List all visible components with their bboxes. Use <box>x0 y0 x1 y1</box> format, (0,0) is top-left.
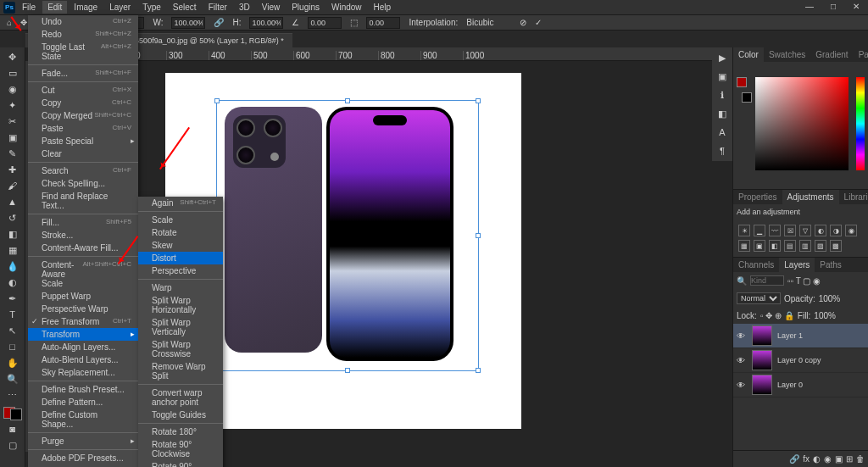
menu-image[interactable]: Image <box>69 1 103 14</box>
dodge-tool[interactable]: ◐ <box>2 275 24 290</box>
history-icon[interactable]: ▶ <box>714 49 731 66</box>
menu-item-skew[interactable]: Skew <box>138 239 223 252</box>
menu-window[interactable]: Window <box>326 1 367 14</box>
para-icon[interactable]: ¶ <box>714 142 731 159</box>
fx-icon[interactable]: fx <box>803 454 810 464</box>
tab-channels[interactable]: Channels <box>733 258 779 272</box>
close-button[interactable]: ✕ <box>848 0 865 13</box>
tab-swatches[interactable]: Swatches <box>764 47 810 62</box>
opacity-value[interactable]: 100% <box>819 294 841 303</box>
blur-tool[interactable]: 💧 <box>2 259 24 274</box>
transform-handle[interactable] <box>345 98 350 103</box>
tab-patterns[interactable]: Patterns <box>854 47 868 62</box>
menu-item-paste-special[interactable]: Paste Special <box>28 135 138 147</box>
menu-item-clear[interactable]: Clear <box>28 147 138 160</box>
tab-adjustments[interactable]: Adjustments <box>782 190 839 204</box>
menu-item-search[interactable]: SearchCtrl+F <box>28 164 138 177</box>
menu-item-toggle-last-state[interactable]: Toggle Last StateAlt+Ctrl+Z <box>28 41 138 63</box>
menu-item-define-custom-shape-[interactable]: Define Custom Shape... <box>28 409 138 431</box>
menu-item-split-warp-horizontally[interactable]: Split Warp Horizontally <box>138 294 223 316</box>
transform-skew-input[interactable] <box>366 17 400 29</box>
hand-tool[interactable]: ✋ <box>2 355 24 370</box>
adj-mixer[interactable]: ▦ <box>738 240 750 252</box>
menu-item-copy[interactable]: CopyCtrl+C <box>28 97 138 109</box>
tab-properties[interactable]: Properties <box>733 190 782 204</box>
commit-transform-icon[interactable]: ✓ <box>535 18 542 27</box>
menu-item-define-brush-preset-[interactable]: Define Brush Preset... <box>28 383 138 396</box>
maximize-button[interactable]: □ <box>826 0 841 13</box>
hue-slider[interactable] <box>856 77 865 170</box>
move-tool[interactable]: ✥ <box>2 49 24 64</box>
layer-thumb[interactable] <box>752 325 772 346</box>
wand-tool[interactable]: ✦ <box>2 97 24 113</box>
menu-type[interactable]: Type <box>137 1 166 14</box>
menu-help[interactable]: Help <box>369 1 397 14</box>
adj-gradient[interactable]: ▨ <box>815 240 826 252</box>
pen-tool[interactable]: ✒ <box>2 291 24 306</box>
adj-photo[interactable]: ◉ <box>845 225 857 236</box>
stamp-tool[interactable]: ▲ <box>2 194 24 209</box>
tab-libraries[interactable]: Libraries <box>839 190 868 204</box>
lasso-tool[interactable]: ◉ <box>2 81 24 97</box>
styles-icon[interactable]: ◧ <box>714 105 731 122</box>
transform-handle[interactable] <box>214 98 220 103</box>
menu-item-perspective[interactable]: Perspective <box>138 264 223 277</box>
link-layers-icon[interactable]: 🔗 <box>789 454 799 464</box>
menu-item-copy-merged[interactable]: Copy MergedShift+Ctrl+C <box>28 109 138 122</box>
gradient-tool[interactable]: ▦ <box>2 242 24 258</box>
menu-item-toggle-guides[interactable]: Toggle Guides <box>138 409 223 421</box>
menu-filter[interactable]: Filter <box>203 1 232 14</box>
menu-select[interactable]: Select <box>168 1 202 14</box>
menu-item-split-warp-vertically[interactable]: Split Warp Vertically <box>138 316 223 338</box>
layer-name[interactable]: Layer 1 <box>777 331 803 340</box>
transform-w-input[interactable] <box>171 17 205 29</box>
menu-plugins[interactable]: Plugins <box>287 1 325 14</box>
crop-tool[interactable]: ✂ <box>2 114 24 129</box>
info-icon[interactable]: ℹ <box>714 86 731 103</box>
char-icon[interactable]: A <box>714 124 731 141</box>
eyedropper-tool[interactable]: ✎ <box>2 146 24 161</box>
frame-tool[interactable]: ▣ <box>2 130 24 145</box>
shape-tool[interactable]: □ <box>2 339 24 354</box>
transform-angle-input[interactable] <box>308 17 342 29</box>
eraser-tool[interactable]: ◧ <box>2 226 24 242</box>
color-swatch-mini[interactable] <box>737 77 752 103</box>
menu-item-paste[interactable]: PasteCtrl+V <box>28 122 138 135</box>
fill-value[interactable]: 100% <box>814 311 836 320</box>
menu-item-rotate-180-[interactable]: Rotate 180° <box>138 425 223 438</box>
layer-thumb[interactable] <box>752 350 772 370</box>
screenmode-tool[interactable]: ▢ <box>2 437 24 453</box>
layer-name[interactable]: Layer 0 copy <box>777 356 821 364</box>
menu-item-perspective-warp[interactable]: Perspective Warp <box>28 303 138 315</box>
tab-color[interactable]: Color <box>733 47 764 62</box>
menu-item-find-and-replace-text-[interactable]: Find and Replace Text... <box>28 190 138 212</box>
menu-item-redo[interactable]: RedoShift+Ctrl+Z <box>28 28 138 41</box>
color-swatch[interactable] <box>3 407 22 420</box>
menu-item-define-pattern-[interactable]: Define Pattern... <box>28 396 138 409</box>
adj-exposure[interactable]: ☒ <box>784 225 796 236</box>
menu-item-fade-[interactable]: Fade...Shift+Ctrl+F <box>28 67 138 80</box>
group-icon[interactable]: ▣ <box>835 454 843 464</box>
transform-handle[interactable] <box>345 368 350 373</box>
menu-item-fill-[interactable]: Fill...Shift+F5 <box>28 216 138 229</box>
transform-handle[interactable] <box>476 233 481 238</box>
menu-item-warp[interactable]: Warp <box>138 281 223 294</box>
zoom-tool[interactable]: 🔍 <box>2 371 24 386</box>
menu-item-rotate-90-counter-clockwise[interactable]: Rotate 90° Counter Clockwise <box>138 460 223 467</box>
transform-h-input[interactable] <box>249 17 283 29</box>
interp-value[interactable]: Bicubic <box>466 18 493 27</box>
blend-mode-select[interactable]: Normal <box>737 292 781 304</box>
layer-thumb[interactable] <box>752 375 772 395</box>
menu-item-again[interactable]: AgainShift+Ctrl+T <box>138 197 223 209</box>
adj-threshold[interactable]: ▥ <box>799 240 811 252</box>
adj-lookup[interactable]: ▣ <box>754 240 765 252</box>
adj-levels[interactable]: ▁ <box>754 225 765 236</box>
mask-icon[interactable]: ◐ <box>813 454 821 464</box>
edit-toolbar[interactable]: ⋯ <box>2 387 24 403</box>
menu-item-auto-align-layers-[interactable]: Auto-Align Layers... <box>28 341 138 353</box>
adj-invert[interactable]: ◧ <box>769 240 781 252</box>
visibility-icon[interactable]: 👁 <box>737 331 747 341</box>
visibility-icon[interactable]: 👁 <box>737 356 747 365</box>
menu-item-scale[interactable]: Scale <box>138 214 223 226</box>
layer-row[interactable]: 👁 Layer 0 <box>733 373 868 398</box>
